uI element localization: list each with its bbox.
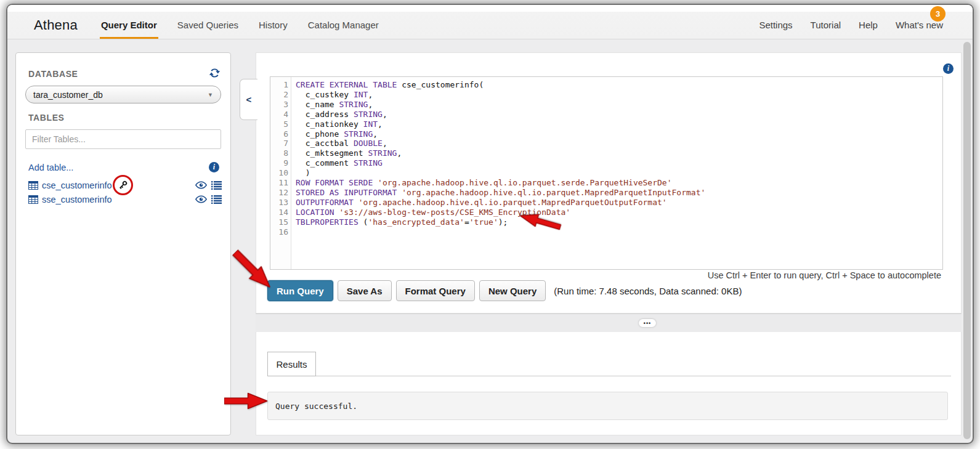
save-as-button[interactable]: Save As [338, 280, 392, 301]
line-number: 12 [270, 188, 288, 198]
nav-link-help[interactable]: Help [859, 20, 878, 30]
code-line: STORED AS INPUTFORMAT 'org.apache.hadoop… [296, 188, 942, 198]
table-grid-icon [28, 181, 38, 190]
query-result-message: Query successful. [275, 402, 357, 411]
shortcut-hint: Use Ctrl + Enter to run query, Ctrl + Sp… [708, 270, 941, 280]
top-nav: Athena Query EditorSaved QueriesHistoryC… [7, 5, 973, 39]
athena-window: Athena Query EditorSaved QueriesHistoryC… [7, 5, 973, 443]
panel-splitter[interactable]: ••• [256, 313, 962, 332]
line-number: 1 [270, 80, 288, 90]
code-line: CREATE EXTERNAL TABLE cse_customerinfo( [296, 80, 942, 90]
table-name-link[interactable]: cse_customerinfo [42, 180, 112, 190]
line-number: 3 [270, 100, 288, 110]
splitter-grip-icon[interactable]: ••• [639, 319, 656, 327]
line-number: 15 [270, 217, 288, 227]
code-line [296, 227, 942, 237]
table-list: cse_customerinfosse_customerinfo [28, 178, 222, 206]
code-line: ) [296, 168, 942, 178]
run-query-button[interactable]: Run Query [267, 280, 333, 301]
code-line: c_name STRING, [296, 100, 942, 110]
line-number: 8 [270, 148, 288, 158]
code-line: TBLPROPERTIES ('has_encrypted_data'='tru… [296, 217, 942, 227]
code-line: c_custkey INT, [296, 90, 942, 100]
table-row: cse_customerinfo [28, 178, 222, 192]
line-number: 5 [270, 119, 288, 129]
chevron-down-icon: ▼ [208, 92, 213, 98]
info-icon[interactable]: i [943, 63, 954, 74]
query-result-message-box: Query successful. [267, 392, 948, 420]
line-number: 2 [270, 90, 288, 100]
new-query-button[interactable]: New Query [479, 280, 546, 301]
tab-saved-queries[interactable]: Saved Queries [177, 11, 238, 39]
add-table-link[interactable]: Add table... [28, 163, 73, 172]
brand-athena[interactable]: Athena [34, 17, 78, 33]
table-properties-icon[interactable] [211, 195, 222, 204]
sidebar-collapse-button[interactable]: < [240, 79, 257, 120]
run-stats-text: (Run time: 7.48 seconds, Data scanned: 0… [554, 286, 742, 296]
code-line: OUTPUTFORMAT 'org.apache.hadoop.hive.ql.… [296, 198, 942, 208]
table-properties-icon[interactable] [211, 181, 222, 190]
results-tab-divider [267, 376, 951, 376]
tab-query-editor[interactable]: Query Editor [101, 11, 157, 39]
code-line: c_phone STRING, [296, 129, 942, 139]
nav-link-settings[interactable]: Settings [759, 20, 792, 30]
code-line: c_acctbal DOUBLE, [296, 139, 942, 148]
editor-buttons: Run QuerySave AsFormat QueryNew Query(Ru… [267, 280, 742, 301]
line-number-gutter: 12345678910111213141516 [270, 77, 291, 269]
info-icon[interactable]: i [209, 162, 219, 172]
line-number: 7 [270, 139, 288, 148]
code-line: c_mktsegment STRING, [296, 148, 942, 158]
code-line: c_address STRING, [296, 110, 942, 119]
nav-link-tutorial[interactable]: Tutorial [811, 20, 841, 30]
results-panel: Results Query successful. [256, 332, 962, 435]
code-line: ROW FORMAT SERDE 'org.apache.hadoop.hive… [296, 178, 942, 188]
nav-right-links: SettingsTutorialHelpWhat's new [759, 20, 943, 30]
active-tab-underline [100, 37, 158, 39]
format-query-button[interactable]: Format Query [396, 280, 475, 301]
code-line: LOCATION 's3://aws-blog-tew-posts/CSE_KM… [296, 208, 942, 217]
line-number: 14 [270, 208, 288, 217]
whats-new-badge[interactable]: 3 [930, 6, 946, 22]
tab-catalog-manager[interactable]: Catalog Manager [308, 11, 379, 39]
query-editor-panel: 12345678910111213141516 CREATE EXTERNAL … [256, 52, 962, 313]
tab-history[interactable]: History [259, 11, 288, 39]
code-line: c_nationkey INT, [296, 119, 942, 129]
database-label: DATABASE [28, 69, 78, 79]
line-number: 13 [270, 198, 288, 208]
line-number: 10 [270, 168, 288, 178]
line-number: 4 [270, 110, 288, 119]
code-line: c_comment STRING [296, 158, 942, 168]
sql-editor[interactable]: 12345678910111213141516 CREATE EXTERNAL … [270, 76, 943, 270]
line-number: 11 [270, 178, 288, 188]
refresh-icon[interactable] [209, 67, 221, 79]
line-number: 9 [270, 158, 288, 168]
sidebar-panel: DATABASE tara_customer_db ▼ TABLES Add t… [15, 52, 231, 435]
key-icon[interactable] [118, 180, 128, 190]
sql-code: CREATE EXTERNAL TABLE cse_customerinfo( … [291, 77, 942, 269]
red-circle-annotation [113, 175, 133, 195]
page-scrollbar[interactable] [963, 42, 971, 439]
table-name-link[interactable]: sse_customerinfo [42, 195, 112, 204]
chevron-left-icon: < [246, 94, 252, 105]
tab-results[interactable]: Results [267, 352, 316, 376]
line-number: 16 [270, 227, 288, 237]
database-select-value: tara_customer_db [33, 90, 208, 100]
database-select[interactable]: tara_customer_db ▼ [25, 86, 221, 103]
tables-label: TABLES [28, 113, 65, 123]
preview-eye-icon[interactable] [195, 181, 207, 189]
filter-tables-input[interactable] [25, 129, 221, 149]
line-number: 6 [270, 129, 288, 139]
table-grid-icon [28, 195, 38, 204]
preview-eye-icon[interactable] [195, 195, 207, 203]
nav-tabs: Query EditorSaved QueriesHistoryCatalog … [101, 11, 379, 39]
